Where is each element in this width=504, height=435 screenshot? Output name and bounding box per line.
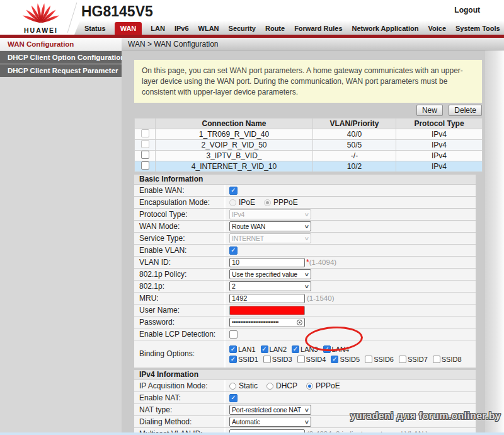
watermark: yuradeni для forum.onliner.by: [350, 410, 501, 422]
chevron-down-icon: ∨: [304, 224, 310, 229]
column-header-select: [135, 119, 156, 129]
sidebar-item-wan-configuration[interactable]: WAN Configuration: [0, 38, 122, 50]
binding-options-lan3[interactable]: ✓LAN3: [292, 345, 318, 353]
ip-acquisition-mode-radio-pppoe[interactable]: PPPoE: [306, 381, 340, 390]
select-value: INTERNET: [232, 235, 264, 242]
ip-acquisition-mode-radio-static[interactable]: Static: [229, 381, 258, 390]
password-input[interactable]: ••••••••••••••••••••••••••••: [229, 318, 305, 327]
binding-options-ssid8[interactable]: SSID8: [433, 356, 462, 363]
enable-lcp-detection-label: Enable LCP Detection:: [134, 328, 226, 340]
dialing-method-select[interactable]: Automatic∨: [229, 417, 311, 427]
vlan-priority-cell: 10/2: [313, 161, 396, 172]
binding-options-ssid4[interactable]: SSID4: [297, 356, 326, 363]
nav-tab-wlan[interactable]: WLAN: [198, 22, 220, 35]
8021p-policy-select[interactable]: Use the specified value∨: [229, 269, 311, 279]
brand-text: HUAWEI: [20, 26, 62, 34]
table-row[interactable]: 1_TR069_R_VID_4040/0IPv4: [135, 129, 483, 140]
binding-options-ssid3[interactable]: SSID3: [263, 356, 292, 363]
service-type-select[interactable]: INTERNET∨: [229, 233, 311, 243]
user-name-value: [226, 304, 476, 316]
nat-type-select[interactable]: Port-restricted cone NAT∨: [229, 405, 311, 415]
binding-options-ssid1[interactable]: ✓SSID1: [229, 356, 258, 363]
form-row-8021p-policy: 802.1p Policy:Use the specified value∨: [134, 269, 476, 280]
user-name-input[interactable]: [229, 306, 305, 315]
8021p-select[interactable]: 2∨: [229, 281, 311, 291]
nav-tab-voice[interactable]: Voice: [427, 22, 447, 35]
nav-tab-wan[interactable]: WAN: [115, 22, 142, 35]
binding-options-ssid7[interactable]: SSID7: [399, 356, 428, 363]
form-row-wan-mode: WAN Mode:Route WAN∨: [134, 221, 476, 232]
checkbox-icon: ✓: [331, 356, 338, 363]
row-checkbox[interactable]: [141, 161, 149, 170]
row-checkbox[interactable]: [141, 129, 149, 137]
nav-tab-ipv6[interactable]: IPv6: [174, 22, 190, 35]
radio-icon: [229, 383, 236, 390]
nav-tab-security[interactable]: Security: [228, 22, 256, 35]
binding-options-lan1[interactable]: ✓LAN1: [229, 345, 256, 353]
protocol-type-cell: IPv4: [396, 129, 483, 140]
mru-input[interactable]: 1492: [229, 294, 305, 303]
checkbox-icon: ✓: [261, 345, 268, 353]
enable-wan-checkbox[interactable]: ✓: [229, 187, 238, 195]
table-row[interactable]: 2_VOIP_R_VID_5050/5IPv4: [135, 140, 483, 151]
logout-link[interactable]: Logout: [454, 6, 480, 14]
vlan-id-input[interactable]: 10: [229, 258, 305, 267]
nav-tab-status[interactable]: Status: [84, 22, 106, 35]
row-checkbox[interactable]: [141, 151, 149, 159]
radio-icon: [266, 383, 273, 390]
ip-acquisition-mode-radio-dhcp[interactable]: DHCP: [266, 381, 297, 390]
binding-options-ssid5[interactable]: ✓SSID5: [331, 356, 360, 363]
form-row-binding-options: Binding Options:✓LAN1✓LAN2✓LAN3✓LAN4✓SSI…: [134, 340, 476, 368]
password-value: ••••••••••••••••••••••••••••: [226, 316, 476, 328]
form-row-mru: MRU:1492(1-1540): [134, 293, 476, 304]
form-row-enable-vlan: Enable VLAN:✓: [134, 245, 476, 256]
form-row-ip-acquisition-mode: IP Acquisition Mode:StaticDHCPPPPoE: [134, 380, 476, 392]
binding-options-lan4[interactable]: ✓LAN4: [323, 345, 350, 353]
enable-lcp-detection-checkbox[interactable]: [229, 330, 238, 339]
wan-mode-select[interactable]: Route WAN∨: [229, 221, 311, 231]
nav-tab-system-tools[interactable]: System Tools: [455, 22, 501, 35]
new-button[interactable]: New: [416, 105, 443, 116]
enable-nat-label: Enable NAT:: [134, 392, 226, 403]
column-header-vlan-priority: VLAN/Priority: [313, 119, 396, 129]
enable-vlan-label: Enable VLAN:: [134, 245, 226, 256]
checkbox-icon: [365, 356, 372, 363]
password-reveal-icon[interactable]: [297, 320, 302, 325]
nav-tab-network-application[interactable]: Network Application: [352, 22, 420, 35]
delete-button[interactable]: Delete: [449, 105, 482, 116]
encapsulation-mode-radio-pppoe[interactable]: PPPoE: [264, 198, 298, 207]
enable-nat-checkbox[interactable]: ✓: [229, 394, 238, 402]
table-row[interactable]: 3_IPTV_B_VID_-/-IPv4: [135, 151, 483, 161]
select-value: Use the specified value: [232, 270, 297, 278]
nav-tab-route[interactable]: Route: [265, 22, 285, 35]
radio-icon: [306, 383, 313, 390]
form-row-enable-nat: Enable NAT:✓: [134, 392, 476, 403]
protocol-type-select[interactable]: IPv4∨: [229, 209, 311, 219]
binding-options-lan2[interactable]: ✓LAN2: [261, 345, 287, 353]
mru-label: MRU:: [134, 293, 226, 304]
sidebar: WAN ConfigurationDHCP Client Option Conf…: [0, 38, 122, 435]
binding-options-ssid6[interactable]: SSID6: [365, 356, 394, 363]
nav-tab-lan[interactable]: LAN: [150, 22, 166, 35]
checkbox-label: SSID8: [442, 356, 462, 363]
checkbox-label: SSID3: [272, 356, 292, 363]
chevron-down-icon: ∨: [304, 272, 310, 277]
sidebar-item-dhcp-client-request-parameter[interactable]: DHCP Client Request Parameter: [0, 64, 122, 77]
sidebar-item-dhcp-client-option-configuration[interactable]: DHCP Client Option Configuration: [0, 51, 122, 64]
select-value: 2: [232, 282, 236, 290]
row-checkbox[interactable]: [141, 140, 149, 148]
bottom-edge: [0, 432, 504, 435]
chevron-down-icon: ∨: [304, 236, 310, 241]
nav-tab-forward-rules[interactable]: Forward Rules: [294, 22, 343, 35]
form-row-encapsulation-mode: Encapsulation Mode:IPoEPPPoE: [134, 197, 476, 208]
connections-table-body: Connection NameVLAN/PriorityProtocol Typ…: [135, 119, 483, 172]
encapsulation-mode-radio-ipoe[interactable]: IPoE: [229, 198, 255, 207]
select-value: Route WAN: [232, 223, 265, 230]
row-select-cell: [135, 161, 156, 172]
enable-vlan-checkbox[interactable]: ✓: [229, 246, 238, 255]
table-row[interactable]: 4_INTERNET_R_VID_1010/2IPv4: [135, 161, 483, 172]
radio-icon: [229, 199, 236, 206]
encapsulation-mode-value: IPoEPPPoE: [226, 197, 476, 208]
chevron-down-icon: ∨: [304, 212, 310, 218]
page-title: HG8145V5: [81, 3, 153, 20]
